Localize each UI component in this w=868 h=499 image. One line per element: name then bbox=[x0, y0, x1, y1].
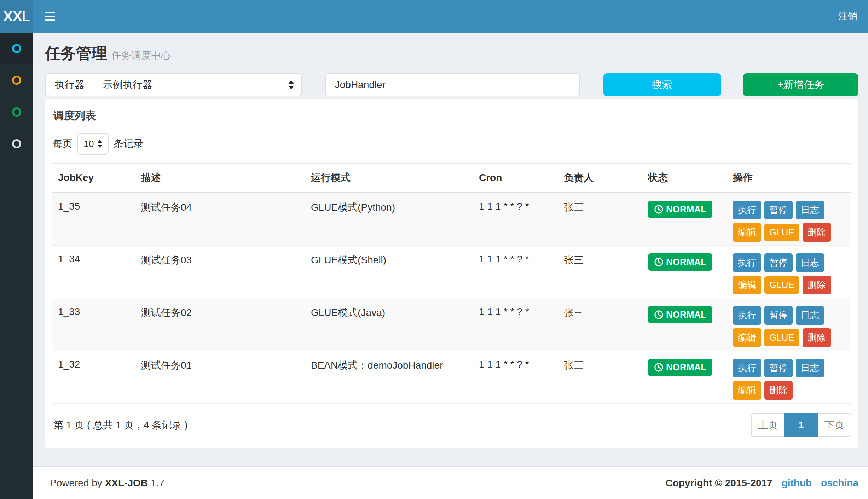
page-title: 任务管理 bbox=[45, 45, 107, 62]
owner-cell: 张三 bbox=[558, 245, 642, 298]
column-header-actions: 操作 bbox=[727, 164, 851, 193]
cron-cell: 1 1 1 * * ? * bbox=[473, 193, 558, 246]
pause-button[interactable]: 暂停 bbox=[764, 201, 793, 219]
product-name: XXL-JOB bbox=[105, 477, 148, 488]
jobhandler-input[interactable] bbox=[395, 73, 580, 96]
jobkey-cell: 1_35 bbox=[52, 193, 135, 246]
status-badge: NORMAL bbox=[648, 253, 712, 271]
clock-icon bbox=[654, 363, 664, 372]
owner-cell: 张三 bbox=[558, 298, 642, 351]
app-logo[interactable]: XXL bbox=[0, 0, 33, 33]
edit-button[interactable]: 编辑 bbox=[733, 276, 761, 294]
page-size-prefix: 每页 bbox=[53, 137, 73, 151]
glue-button[interactable]: GLUE bbox=[764, 329, 799, 346]
content-area: 任务管理任务调度中心 执行器 示例执行器 JobHandler 搜索 bbox=[33, 33, 868, 466]
page-size-control: 每页 10 条记录 bbox=[53, 133, 851, 155]
select-arrows-icon bbox=[288, 80, 294, 89]
circle-o-icon bbox=[12, 44, 21, 53]
desc-cell: 测试任务04 bbox=[135, 193, 305, 246]
prev-page-button[interactable]: 上页 bbox=[751, 413, 785, 437]
table-header-row: JobKey 描述 运行模式 Cron 负责人 状态 操作 bbox=[52, 164, 851, 193]
oschina-link[interactable]: oschina bbox=[821, 477, 858, 489]
owner-cell: 张三 bbox=[558, 193, 642, 246]
run-button[interactable]: 执行 bbox=[733, 201, 761, 219]
column-header-cron: Cron bbox=[473, 164, 558, 193]
sidebar-item-4[interactable] bbox=[0, 128, 33, 160]
desc-cell: 测试任务03 bbox=[135, 245, 305, 298]
footer-copyright: Copyright © 2015-2017 bbox=[665, 477, 772, 489]
logout-link[interactable]: 注销 bbox=[828, 10, 868, 23]
status-badge: NORMAL bbox=[648, 306, 712, 323]
status-badge: NORMAL bbox=[648, 201, 712, 218]
edit-button[interactable]: 编辑 bbox=[733, 223, 761, 242]
footer-powered: Powered by XXL-JOB 1.7 bbox=[50, 477, 164, 489]
table-row: 1_33 测试任务02 GLUE模式(Java) 1 1 1 * * ? * 张… bbox=[52, 298, 851, 351]
sidebar-item-2[interactable] bbox=[0, 64, 33, 96]
log-button[interactable]: 日志 bbox=[796, 201, 824, 219]
log-button[interactable]: 日志 bbox=[796, 359, 824, 377]
top-navbar: XXL 注销 bbox=[0, 0, 868, 33]
clock-icon bbox=[654, 257, 664, 267]
delete-button[interactable]: 删除 bbox=[803, 223, 831, 242]
circle-o-icon bbox=[12, 76, 21, 85]
jobkey-cell: 1_33 bbox=[52, 298, 135, 351]
github-link[interactable]: github bbox=[782, 477, 812, 489]
current-page-button[interactable]: 1 bbox=[784, 413, 818, 437]
column-header-owner: 负责人 bbox=[558, 164, 642, 193]
glue-button[interactable]: GLUE bbox=[764, 224, 799, 241]
mode-cell: GLUE模式(Shell) bbox=[305, 245, 473, 298]
circle-o-icon bbox=[12, 107, 21, 117]
jobs-table: JobKey 描述 运行模式 Cron 负责人 状态 操作 1_35 测试任务 bbox=[52, 163, 851, 404]
column-header-status: 状态 bbox=[642, 164, 727, 193]
run-button[interactable]: 执行 bbox=[733, 306, 761, 325]
jobhandler-label: JobHandler bbox=[325, 73, 395, 96]
select-arrows-icon bbox=[97, 140, 102, 148]
hamburger-icon bbox=[45, 12, 55, 13]
logo-light-text: L bbox=[22, 8, 30, 24]
sidebar-toggle-button[interactable] bbox=[33, 0, 66, 33]
run-button[interactable]: 执行 bbox=[733, 253, 761, 272]
pause-button[interactable]: 暂停 bbox=[764, 253, 793, 272]
search-button[interactable]: 搜索 bbox=[603, 73, 721, 96]
table-row: 1_34 测试任务03 GLUE模式(Shell) 1 1 1 * * ? * … bbox=[52, 245, 851, 298]
pause-button[interactable]: 暂停 bbox=[764, 306, 793, 325]
column-header-mode: 运行模式 bbox=[305, 164, 473, 193]
add-job-button[interactable]: +新增任务 bbox=[743, 73, 858, 96]
glue-button[interactable]: GLUE bbox=[764, 276, 799, 294]
delete-button[interactable]: 删除 bbox=[803, 276, 831, 294]
run-button[interactable]: 执行 bbox=[733, 359, 761, 377]
sidebar bbox=[0, 33, 33, 499]
filter-toolbar: 执行器 示例执行器 JobHandler 搜索 +新增任务 bbox=[45, 73, 858, 96]
log-button[interactable]: 日志 bbox=[796, 306, 824, 325]
log-button[interactable]: 日志 bbox=[796, 253, 824, 272]
delete-button[interactable]: 删除 bbox=[764, 381, 793, 400]
edit-button[interactable]: 编辑 bbox=[733, 381, 761, 400]
page-footer: Powered by XXL-JOB 1.7 Copyright © 2015-… bbox=[33, 466, 868, 499]
page-subtitle: 任务调度中心 bbox=[111, 50, 171, 61]
sidebar-item-3[interactable] bbox=[0, 96, 33, 128]
cron-cell: 1 1 1 * * ? * bbox=[473, 298, 558, 351]
column-header-desc: 描述 bbox=[135, 164, 305, 193]
product-version: 1.7 bbox=[151, 477, 164, 488]
executor-select[interactable]: 示例执行器 bbox=[94, 73, 302, 96]
desc-cell: 测试任务01 bbox=[135, 351, 305, 403]
owner-cell: 张三 bbox=[558, 351, 642, 403]
executor-label: 执行器 bbox=[45, 73, 94, 96]
page-size-suffix: 条记录 bbox=[114, 137, 143, 151]
status-badge: NORMAL bbox=[648, 359, 712, 376]
desc-cell: 测试任务02 bbox=[135, 298, 305, 351]
executor-select-value: 示例执行器 bbox=[103, 78, 152, 92]
sidebar-item-1[interactable] bbox=[0, 33, 33, 64]
column-header-jobkey: JobKey bbox=[52, 164, 135, 193]
pause-button[interactable]: 暂停 bbox=[764, 359, 793, 377]
delete-button[interactable]: 删除 bbox=[803, 328, 831, 347]
circle-o-icon bbox=[12, 139, 21, 148]
schedule-list-box: 调度列表 每页 10 条记录 JobKey 描述 运行 bbox=[45, 99, 858, 448]
page-size-select[interactable]: 10 bbox=[77, 133, 109, 155]
mode-cell: BEAN模式：demoJobHandler bbox=[305, 351, 473, 403]
edit-button[interactable]: 编辑 bbox=[733, 328, 761, 347]
pagination-controls: 上页 1 下页 bbox=[751, 413, 851, 437]
table-row: 1_32 测试任务01 BEAN模式：demoJobHandler 1 1 1 … bbox=[52, 351, 851, 403]
next-page-button[interactable]: 下页 bbox=[817, 413, 851, 437]
cron-cell: 1 1 1 * * ? * bbox=[473, 245, 558, 298]
